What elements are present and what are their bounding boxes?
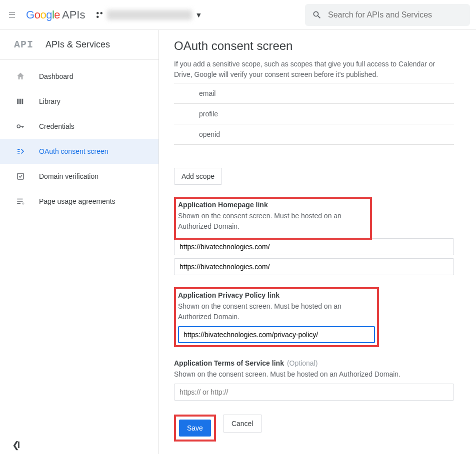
sidebar-item-label: OAuth consent screen xyxy=(39,147,108,155)
sidebar-item-dashboard[interactable]: Dashboard xyxy=(0,64,158,89)
section-title: APIs & Services xyxy=(46,39,110,50)
apis-label: APIs xyxy=(62,8,85,21)
consent-icon xyxy=(15,146,26,157)
highlighted-homepage-box: Application Homepage link Shown on the c… xyxy=(174,197,372,240)
save-button[interactable]: Save xyxy=(179,420,211,437)
sidebar-item-oauth[interactable]: OAuth consent screen xyxy=(0,139,158,164)
key-icon xyxy=(15,121,26,132)
svg-point-2 xyxy=(96,15,99,18)
search-input[interactable] xyxy=(328,10,463,19)
sidebar-item-label: Dashboard xyxy=(39,72,74,80)
verified-icon xyxy=(15,171,26,182)
page-title: OAuth consent screen xyxy=(174,39,454,53)
homepage-link-input-visible[interactable] xyxy=(174,258,454,275)
svg-rect-3 xyxy=(17,99,18,104)
cancel-button[interactable]: Cancel xyxy=(223,415,262,433)
tos-label: Application Terms of Service link xyxy=(174,359,284,367)
svg-point-0 xyxy=(96,12,99,14)
svg-rect-4 xyxy=(20,99,21,104)
svg-point-1 xyxy=(100,12,103,14)
scope-row: profile xyxy=(174,104,454,124)
svg-point-16 xyxy=(22,203,24,204)
sidebar-item-label: Library xyxy=(39,97,60,105)
google-apis-logo[interactable]: Google APIs xyxy=(26,8,85,21)
search-icon xyxy=(312,10,322,20)
svg-rect-5 xyxy=(22,99,23,104)
optional-label: (Optional) xyxy=(287,359,318,367)
sidebar-item-credentials[interactable]: Credentials xyxy=(0,114,158,139)
chevron-down-icon: ▼ xyxy=(195,11,202,19)
privacy-link-input[interactable] xyxy=(178,326,375,343)
library-icon xyxy=(15,96,26,107)
homepage-link-input[interactable] xyxy=(174,238,454,255)
privacy-desc: Shown on the consent screen. Must be hos… xyxy=(178,301,375,322)
dashboard-icon xyxy=(15,71,26,82)
svg-rect-11 xyxy=(18,153,20,154)
api-badge: API xyxy=(14,39,34,50)
sidebar-item-page-usage[interactable]: Page usage agreements xyxy=(0,189,158,214)
svg-point-6 xyxy=(17,125,20,128)
homepage-label: Application Homepage link xyxy=(178,201,368,209)
sidebar-item-domain[interactable]: Domain verification xyxy=(0,164,158,189)
homepage-desc: Shown on the consent screen. Must be hos… xyxy=(178,211,368,232)
project-selector[interactable]: ▼ xyxy=(95,10,202,20)
collapse-sidebar-icon[interactable]: ❮I xyxy=(12,440,20,451)
highlighted-privacy-box: Application Privacy Policy link Shown on… xyxy=(174,287,379,347)
sidebar-item-label: Domain verification xyxy=(39,172,98,180)
search-box[interactable] xyxy=(305,4,470,26)
agreements-icon xyxy=(15,196,26,207)
svg-rect-9 xyxy=(18,149,20,150)
sidebar-item-label: Credentials xyxy=(39,122,74,130)
hamburger-menu-icon[interactable] xyxy=(6,9,18,21)
tos-link-input[interactable] xyxy=(174,384,454,401)
tos-desc: Shown on the consent screen. Must be hos… xyxy=(174,369,454,380)
add-scope-button[interactable]: Add scope xyxy=(174,168,222,185)
scope-row: openid xyxy=(174,124,454,145)
project-icon xyxy=(95,10,104,19)
svg-rect-10 xyxy=(18,151,20,152)
highlighted-save-box: Save xyxy=(174,415,216,442)
svg-rect-12 xyxy=(18,173,24,179)
sidebar-item-library[interactable]: Library xyxy=(0,89,158,114)
scopes-help-text: If you add a sensitive scope, such as sc… xyxy=(174,59,454,80)
privacy-label: Application Privacy Policy link xyxy=(178,291,375,299)
scope-row: email xyxy=(174,83,454,104)
sidebar-item-label: Page usage agreements xyxy=(39,197,116,205)
project-name-redacted xyxy=(107,10,192,20)
